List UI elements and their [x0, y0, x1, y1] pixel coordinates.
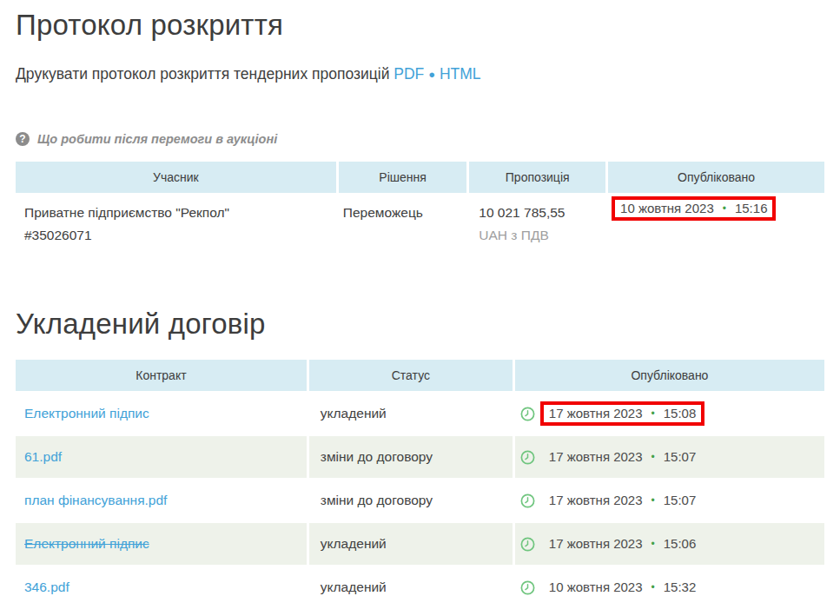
disclosure-table-row: Приватне підприємство "Рекпол" #35026071… [16, 195, 824, 269]
published-date: 17 жовтня 2023 [549, 536, 643, 551]
contract-row: 346.pdf укладений 10 жовтня 2023 • 15:32 [16, 566, 824, 608]
page-content: Протокол розкриття Друкувати протокол ро… [0, 0, 840, 610]
clock-icon [520, 537, 535, 552]
contract-cell: Електронний підпис [16, 523, 307, 565]
contract-table-header-row: Контракт Статус Опубліковано [16, 360, 824, 391]
published-value: 10 жовтня 2023 • 15:32 [540, 575, 704, 599]
dot-separator: • [651, 407, 655, 420]
contract-cell: план фінансування.pdf [16, 480, 307, 521]
published-time: 15:16 [735, 201, 768, 215]
dot-separator: • [651, 451, 655, 463]
contract-file-link[interactable]: 61.pdf [24, 449, 62, 464]
contract-cell: 61.pdf [16, 436, 307, 478]
published-value: 17 жовтня 2023 • 15:07 [540, 488, 704, 513]
published-time: 15:06 [664, 536, 697, 551]
published-cell: 17 жовтня 2023 • 15:07 [515, 436, 824, 478]
published-date: 10 жовтня 2023 [620, 201, 714, 215]
clock-icon [520, 580, 535, 595]
contract-row: Електронний підпис укладений 17 жовтня 2… [16, 523, 824, 565]
published-annotation-box: 10 жовтня 2023 • 15:16 [612, 196, 776, 221]
contract-table: Контракт Статус Опубліковано Електронний… [13, 358, 827, 610]
col-header-contract: Контракт [16, 360, 307, 391]
status-cell: укладений [309, 393, 513, 434]
contract-file-link[interactable]: план фінансування.pdf [24, 493, 167, 507]
proposal-amount: 10 021 785,55 [479, 202, 599, 224]
print-protocol-text: Друкувати протокол розкриття тендерних п… [16, 65, 389, 83]
link-separator-bullet: ● [428, 68, 435, 81]
contract-file-link-cancelled[interactable]: Електронний підпис [24, 536, 149, 551]
clock-icon [520, 407, 535, 421]
published-time: 15:07 [664, 493, 697, 507]
status-cell: зміни до договору [309, 480, 513, 521]
participant-cell: Приватне підприємство "Рекпол" #35026071 [16, 195, 336, 269]
section-title-contract: Укладений договір [16, 308, 824, 341]
status-cell: укладений [309, 523, 513, 565]
participant-name: Приватне підприємство "Рекпол" [24, 202, 329, 224]
clock-icon [520, 493, 535, 508]
published-value: 17 жовтня 2023 • 15:06 [540, 532, 704, 556]
status-cell: зміни до договору [309, 436, 513, 478]
published-date: 10 жовтня 2023 [549, 580, 643, 594]
col-header-published: Опубліковано [515, 360, 824, 391]
contract-cell: 346.pdf [16, 566, 307, 608]
page-title: Протокол розкриття [16, 9, 824, 42]
published-date: 17 жовтня 2023 [549, 493, 643, 507]
help-link-label: Що робити після перемоги в аукціоні [37, 132, 277, 146]
contract-row: 61.pdf зміни до договору 17 жовтня 2023 … [16, 436, 824, 478]
col-header-decision: Рішення [339, 162, 467, 193]
disclosure-table-header-row: Учасник Рішення Пропозиція Опубліковано [16, 162, 824, 193]
dot-separator: • [723, 202, 726, 215]
published-cell: 17 жовтня 2023 • 15:06 [515, 523, 824, 565]
contract-row: Електронний підпис укладений 17 жовтня 2… [16, 393, 824, 434]
col-header-participant: Учасник [16, 162, 336, 193]
published-cell: 10 жовтня 2023 • 15:32 [515, 566, 824, 608]
published-cell: 17 жовтня 2023 • 15:08 [515, 393, 824, 434]
col-header-published: Опубліковано [608, 162, 824, 193]
proposal-currency: UAH з ПДВ [479, 224, 599, 247]
published-time: 15:32 [664, 580, 697, 594]
published-cell: 10 жовтня 2023 • 15:16 [608, 195, 824, 269]
published-cell: 17 жовтня 2023 • 15:07 [515, 480, 824, 521]
help-link[interactable]: ? Що робити після перемоги в аукціоні [16, 132, 824, 146]
participant-id: #35026071 [24, 224, 329, 247]
dot-separator: • [651, 581, 655, 593]
pdf-link[interactable]: PDF [394, 65, 424, 83]
dot-separator: • [651, 538, 655, 550]
contract-file-link[interactable]: Електронний підпис [24, 406, 149, 421]
print-protocol-line: Друкувати протокол розкриття тендерних п… [16, 65, 824, 83]
contract-cell: Електронний підпис [16, 393, 307, 434]
published-value: 17 жовтня 2023 • 15:07 [540, 445, 704, 469]
question-circle-icon: ? [16, 132, 30, 146]
published-time: 15:08 [664, 406, 697, 421]
published-date: 17 жовтня 2023 [549, 406, 643, 421]
dot-separator: • [651, 494, 655, 507]
proposal-cell: 10 021 785,55 UAH з ПДВ [469, 195, 605, 269]
html-link[interactable]: HTML [440, 65, 481, 83]
disclosure-table: Учасник Рішення Пропозиція Опубліковано … [13, 160, 827, 271]
contract-file-link[interactable]: 346.pdf [24, 580, 69, 594]
decision-cell: Переможець [339, 195, 467, 269]
col-header-status: Статус [309, 360, 513, 391]
col-header-proposal: Пропозиція [469, 162, 605, 193]
contract-row: план фінансування.pdf зміни до договору … [16, 480, 824, 521]
status-cell: укладений [309, 566, 513, 608]
published-annotation-box: 17 жовтня 2023 • 15:08 [540, 401, 704, 426]
clock-icon [520, 450, 535, 465]
published-time: 15:07 [664, 449, 697, 464]
published-date: 17 жовтня 2023 [549, 449, 643, 464]
